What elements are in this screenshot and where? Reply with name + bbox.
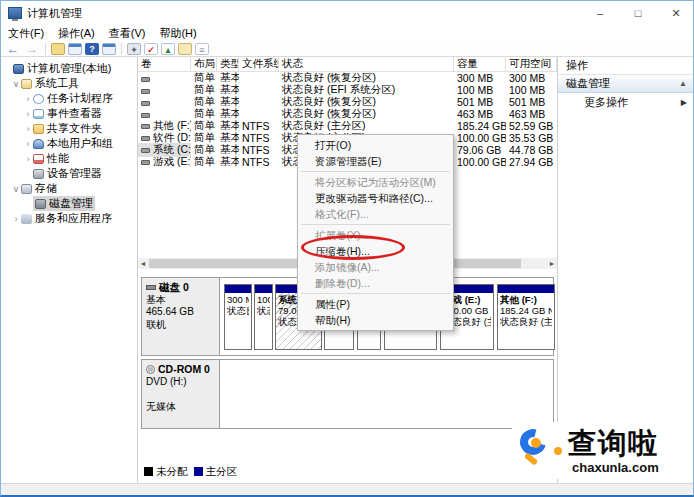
expander[interactable]: › — [11, 214, 21, 224]
volume-icon — [141, 77, 150, 82]
partition-efi-100mb[interactable]: 100 MB状态良好 (EFI 系统分区) — [254, 284, 273, 350]
menu-help[interactable]: 帮助(H) — [298, 312, 453, 328]
services-icon — [21, 214, 32, 224]
menu-explorer[interactable]: 资源管理器(E) — [298, 153, 453, 169]
partition-recovery-300mb[interactable]: 300 MB状态良好 (恢复分区) — [224, 284, 252, 350]
menu-format: 格式化(F)... — [298, 206, 453, 222]
column-header-type[interactable]: 类型 — [217, 57, 239, 71]
disk-drive-icon — [146, 285, 156, 290]
scroll-left-icon[interactable]: ◄ — [138, 260, 148, 267]
cdrom-drive: DVD (H:) — [146, 376, 215, 389]
menu-help[interactable]: 帮助(H) — [152, 25, 203, 41]
scroll-right-icon[interactable]: ► — [547, 260, 557, 267]
title-bar: 计算机管理 – □ ✕ — [1, 1, 694, 25]
tree-item-task-scheduler[interactable]: › 任务计划程序 — [1, 91, 137, 106]
minimize-button[interactable]: – — [581, 1, 619, 25]
expander[interactable]: › — [23, 154, 33, 164]
volume-icon — [141, 101, 150, 106]
details-view-icon[interactable]: ≡ — [195, 43, 209, 55]
partition-color-bar — [255, 285, 272, 293]
tree-item-disk-management[interactable]: 磁盘管理 — [1, 196, 137, 211]
volume-icon — [141, 113, 150, 118]
users-icon — [33, 139, 44, 149]
column-header-status[interactable]: 状态 — [279, 57, 454, 71]
cdrom-row: CD-ROM 0 DVD (H:) 无媒体 — [141, 359, 554, 429]
tree-item-system-tools[interactable]: ∨ 系统工具 — [1, 76, 137, 91]
expander[interactable]: › — [23, 109, 33, 119]
watermark-brand: 查询啦 — [568, 424, 658, 464]
actions-title: 操作 — [558, 57, 694, 75]
tree-label: 本地用户和组 — [47, 136, 113, 151]
volume-name: 游戏 (E:) — [138, 155, 191, 169]
column-header-filesystem[interactable]: 文件系统 — [239, 57, 279, 71]
tree-item-computer-management[interactable]: 计算机管理(本地) — [1, 61, 137, 76]
volume-icon — [141, 89, 150, 94]
legend-primary: 主分区 — [194, 465, 238, 479]
menu-file[interactable]: 文件(F) — [1, 25, 51, 41]
menu-action[interactable]: 操作(A) — [51, 25, 102, 41]
menu-change-drive-letter[interactable]: 更改驱动器号和路径(C)... — [298, 190, 453, 206]
volume-capacity: 100.00 GB — [454, 132, 506, 144]
column-header-capacity[interactable]: 容量 — [454, 57, 506, 71]
help-icon[interactable]: ? — [85, 43, 99, 55]
tree-item-shared-folders[interactable]: › 共享文件夹 — [1, 121, 137, 136]
tree-item-device-manager[interactable]: 设备管理器 — [1, 166, 137, 181]
back-icon[interactable]: ← — [5, 43, 21, 55]
collapse-icon[interactable]: ▲ — [679, 79, 687, 88]
disk-management-section-header[interactable]: 磁盘管理 ▲ — [558, 75, 694, 93]
tree-item-local-users-groups[interactable]: › 本地用户和组 — [1, 136, 137, 151]
maximize-button[interactable]: □ — [619, 1, 657, 25]
window-icon[interactable] — [68, 43, 82, 55]
menu-properties[interactable]: 属性(P) — [298, 296, 453, 312]
chaxunla-logo-icon — [518, 427, 564, 473]
pointer-tool-icon[interactable]: ✦ — [127, 43, 141, 55]
action-pane-icon[interactable] — [102, 43, 116, 55]
tree-item-event-viewer[interactable]: › 事件查看器 — [1, 106, 137, 121]
tree-label: 存储 — [35, 181, 57, 196]
expander[interactable]: ∨ — [11, 184, 21, 194]
event-log-icon — [33, 109, 44, 119]
volume-icon — [141, 160, 150, 165]
app-icon[interactable] — [8, 7, 22, 19]
disk0-info[interactable]: 磁盘 0 基本 465.64 GB 联机 — [142, 278, 220, 355]
disk-icon — [35, 199, 46, 209]
tree-item-performance[interactable]: › 性能 — [1, 151, 137, 166]
volume-capacity: 501 MB — [454, 96, 506, 108]
menu-open[interactable]: 打开(O) — [298, 137, 453, 153]
column-header-free-space[interactable]: 可用空间 — [506, 57, 557, 71]
folder-doc-icon[interactable] — [178, 43, 192, 55]
partition-color-bar — [498, 285, 554, 293]
tree-label: 性能 — [47, 151, 69, 166]
menu-view[interactable]: 查看(V) — [102, 25, 153, 41]
more-actions-label: 更多操作 — [584, 95, 628, 110]
tree-item-storage[interactable]: ∨ 存储 — [1, 181, 137, 196]
column-header-volume[interactable]: 卷 — [138, 57, 191, 71]
forward-icon[interactable]: → — [24, 43, 40, 55]
red-circle-annotation — [301, 235, 405, 260]
volume-fs: NTFS — [239, 144, 279, 156]
volume-fs: NTFS — [239, 120, 279, 132]
expander[interactable]: ∨ — [11, 79, 21, 89]
tree-label: 共享文件夹 — [47, 121, 102, 136]
drive-refresh-icon[interactable]: ▴ — [161, 43, 175, 55]
expander[interactable]: › — [23, 124, 33, 134]
task-check-icon[interactable]: ✓ — [144, 43, 158, 55]
volume-capacity: 100 MB — [454, 84, 506, 96]
volume-free: 300 MB — [506, 72, 557, 84]
watermark-domain: chaxunla.com — [572, 460, 659, 475]
tree-label: 任务计划程序 — [47, 91, 113, 106]
more-actions-item[interactable]: 更多操作 ▶ — [558, 93, 694, 111]
expander[interactable]: › — [23, 94, 33, 104]
volume-type: 基本 — [217, 155, 239, 169]
cdrom-info[interactable]: CD-ROM 0 DVD (H:) 无媒体 — [142, 360, 220, 428]
toolbar-separator — [121, 43, 122, 55]
primary-partition-swatch — [194, 467, 203, 476]
expander[interactable]: › — [23, 139, 33, 149]
show-console-tree-icon[interactable] — [51, 43, 65, 55]
tree-item-services-applications[interactable]: › 服务和应用程序 — [1, 211, 137, 226]
column-header-layout[interactable]: 布局 — [191, 57, 217, 71]
close-button[interactable]: ✕ — [657, 1, 694, 25]
partition-f-other[interactable]: 其他 (F:)185.24 GB NTFS状态良好 (主分区) — [497, 284, 555, 350]
volume-name — [138, 72, 191, 84]
storage-icon — [21, 184, 32, 194]
